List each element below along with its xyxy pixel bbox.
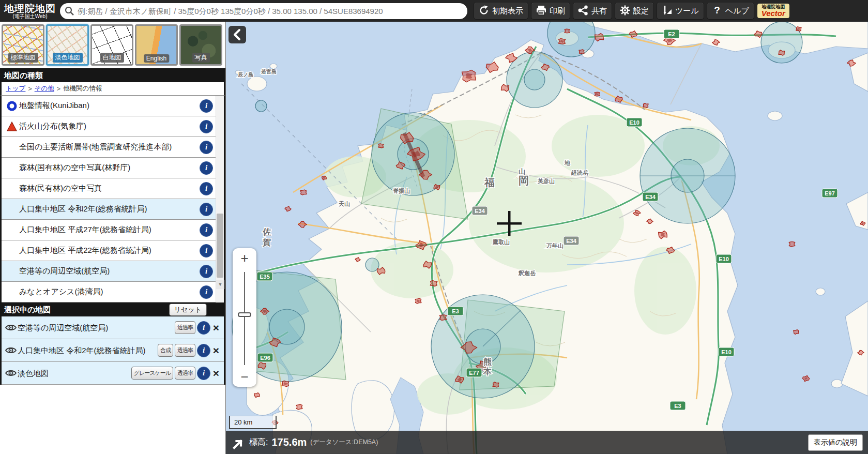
layer-option-button[interactable]: グレースケール <box>131 367 173 380</box>
value-legend-button[interactable]: 表示値の説明 <box>808 434 863 451</box>
zoom-control: + − <box>233 248 256 387</box>
selected-layer-item: 人口集中地区 令和2年(総務省統計局)合成透過率i× <box>2 339 224 362</box>
layer-item[interactable]: 全国の主要活断層帯(地震調査研究推進本部)i <box>2 137 224 158</box>
sidebar-collapse-button[interactable] <box>229 26 246 43</box>
layer-info-button[interactable]: i <box>200 99 213 113</box>
selected-layer-item: 空港等の周辺空域(航空局)透過率i× <box>2 316 224 339</box>
place-label: 英彦山 <box>537 178 555 185</box>
layer-item[interactable]: 森林(民有林)の空中写真i <box>2 178 224 199</box>
tools-icon <box>662 5 672 17</box>
gsi-vector-badge[interactable]: 地理院地図 Vector <box>757 4 789 18</box>
settings-button[interactable]: 設定 <box>615 2 654 20</box>
layer-item-label: みなとオアシス(港湾局) <box>19 286 103 297</box>
layer-item-label: 人口集中地区 令和2年(総務省統計局) <box>19 204 147 214</box>
layer-item[interactable]: 空港等の周辺空域(航空局)i <box>2 261 224 282</box>
route-shield: E10 <box>716 254 732 263</box>
basemap-tab-std[interactable]: 標準地図 <box>2 24 44 66</box>
basemap-tab-label: 白地図 <box>100 53 124 63</box>
basemap-tab-label: 淡色地図 <box>53 53 83 63</box>
settings-label: 設定 <box>633 6 649 16</box>
selected-maps-header: 選択中の地図 リセット <box>0 302 225 316</box>
svg-text:E34: E34 <box>645 194 656 200</box>
layer-option-button[interactable]: 透過率 <box>175 367 195 380</box>
place-label: 釈迦岳 <box>518 270 536 276</box>
layer-info-button[interactable]: i <box>200 141 213 154</box>
layer-item[interactable]: 活火山分布(気象庁)i <box>2 116 224 137</box>
question-icon: ? <box>712 5 722 17</box>
map-canvas[interactable]: E2E34E34E34E3E3E10E10E10E97E77E96E35福岡山佐… <box>226 22 868 454</box>
layer-info-button[interactable]: i <box>197 344 210 357</box>
visibility-eye-icon[interactable] <box>4 324 18 331</box>
layer-option-button[interactable]: 透過率 <box>175 321 195 334</box>
place-label: 佐 <box>262 228 271 236</box>
reset-view-button[interactable]: 初期表示 <box>474 2 528 20</box>
zoom-slider-track[interactable] <box>244 272 245 365</box>
basemap-tab-english[interactable]: English <box>135 24 178 66</box>
layer-info-button[interactable]: i <box>200 120 213 133</box>
layer-option-button[interactable]: 合成 <box>158 344 173 357</box>
layer-info-button[interactable]: i <box>197 367 210 380</box>
triangle-icon <box>5 122 19 131</box>
layer-info-button[interactable]: i <box>200 161 213 175</box>
layer-item[interactable]: 人口集中地区 令和2年(総務省統計局)i <box>2 199 224 220</box>
layer-info-button[interactable]: i <box>200 244 213 258</box>
remove-layer-button[interactable]: × <box>210 322 222 333</box>
sidebar: 標準地図淡色地図白地図English写真 地図の種類 トップ>その他>他機関の情… <box>0 22 226 454</box>
print-label: 印刷 <box>550 6 565 16</box>
layer-info-button[interactable]: i <box>200 182 213 195</box>
svg-text:E77: E77 <box>469 370 479 376</box>
reset-button[interactable]: リセット <box>169 304 207 316</box>
layer-list: 地盤情報(KuniJiban)i活火山分布(気象庁)i全国の主要活断層帯(地震調… <box>0 95 225 302</box>
visibility-eye-icon[interactable] <box>4 346 18 354</box>
help-button[interactable]: ?ヘルプ <box>707 2 754 20</box>
breadcrumb-item[interactable]: その他 <box>35 84 54 93</box>
layer-item[interactable]: みなとオアシス(港湾局)i <box>2 282 224 302</box>
layer-info-button[interactable]: i <box>200 265 213 278</box>
svg-text:E35: E35 <box>260 274 270 280</box>
basemap-tab-white[interactable]: 白地図 <box>90 24 133 66</box>
gear-icon <box>620 5 630 17</box>
layer-info-button[interactable]: i <box>200 223 213 237</box>
scrollbar-thumb[interactable] <box>217 214 223 278</box>
layer-option-button[interactable]: 透過率 <box>175 344 195 357</box>
zoom-slider-handle[interactable] <box>238 312 251 317</box>
status-bar: 標高: 175.6m (データソース:DEM5A) 表示値の説明 <box>226 431 868 454</box>
route-shield: E97 <box>822 189 837 198</box>
elevation-source-note: (データソース:DEM5A) <box>310 438 378 447</box>
app-subtitle: (電子国土Web) <box>0 14 60 19</box>
place-label: 地 <box>564 160 571 166</box>
reset-view-label: 初期表示 <box>492 6 523 16</box>
elevation-label: 標高: <box>249 437 268 448</box>
print-button[interactable]: 印刷 <box>531 2 570 20</box>
search-box[interactable] <box>60 3 467 19</box>
share-button[interactable]: 共有 <box>573 2 612 20</box>
breadcrumb-item[interactable]: トップ <box>6 84 25 93</box>
basemap-tab-photo[interactable]: 写真 <box>179 24 222 66</box>
basemap-tab-label: 写真 <box>192 53 210 63</box>
search-input[interactable] <box>78 7 450 16</box>
route-shield: E35 <box>257 272 272 281</box>
layer-info-button[interactable]: i <box>200 203 213 216</box>
layer-info-button[interactable]: i <box>197 321 210 335</box>
map-area[interactable]: E2E34E34E34E3E3E10E10E10E97E77E96E35福岡山佐… <box>226 22 868 454</box>
svg-text:E3: E3 <box>452 308 459 314</box>
basemap-tab-pale[interactable]: 淡色地図 <box>46 24 89 66</box>
layer-info-button[interactable]: i <box>200 285 213 299</box>
remove-layer-button[interactable]: × <box>210 345 222 356</box>
scroll-down-arrow-icon[interactable]: ▼ <box>216 280 224 289</box>
layer-item[interactable]: 森林(国有林)の空中写真(林野庁)i <box>2 158 224 178</box>
topbar-buttons: 初期表示印刷共有設定ツール?ヘルプ <box>474 2 754 20</box>
layer-item[interactable]: 人口集中地区 平成27年(総務省統計局)i <box>2 220 224 240</box>
tools-button[interactable]: ツール <box>657 2 704 20</box>
svg-text:E2: E2 <box>668 31 675 37</box>
zoom-out-button[interactable]: − <box>233 367 256 387</box>
remove-layer-button[interactable]: × <box>210 368 222 379</box>
visibility-eye-icon[interactable] <box>4 369 18 377</box>
zoom-in-button[interactable]: + <box>233 248 256 268</box>
svg-text:E10: E10 <box>629 119 639 126</box>
place-label: 本 <box>483 367 492 376</box>
layer-item[interactable]: 人口集中地区 平成22年(総務省統計局)i <box>2 240 224 261</box>
layer-item[interactable]: 地盤情報(KuniJiban)i <box>2 96 224 116</box>
scrollbar[interactable]: ▼ <box>216 96 224 302</box>
route-shield: E34 <box>472 206 488 215</box>
